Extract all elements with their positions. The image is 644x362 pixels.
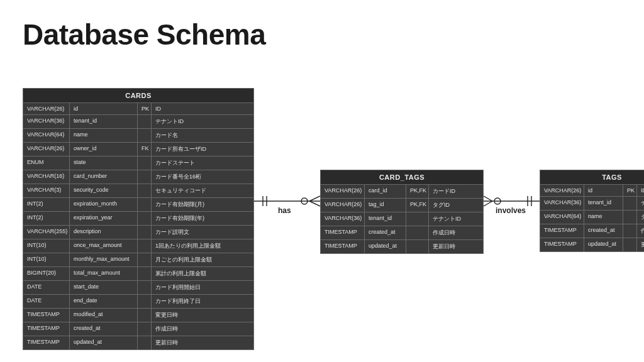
column-desc: 1回あたりの利用上限金額 — [152, 239, 253, 253]
column-key — [138, 309, 152, 322]
column-type: DATE — [23, 281, 70, 294]
column-type: VARCHAR(36) — [540, 197, 584, 210]
column-desc: カード番号全16桁 — [152, 170, 253, 184]
column-key — [623, 197, 637, 210]
column-name: expiration_year — [70, 212, 138, 225]
column-key — [138, 170, 152, 184]
column-desc: カードステート — [152, 156, 253, 170]
column-desc: テナントID — [152, 115, 253, 128]
svg-line-8 — [484, 201, 492, 206]
column-key — [138, 336, 152, 349]
column-type: VARCHAR(26) — [540, 185, 584, 196]
column-key — [138, 198, 152, 211]
table-tags: TAGS VARCHAR(26)idPKIDVARCHAR(36)tenant_… — [540, 170, 644, 252]
column-type: VARCHAR(26) — [23, 143, 70, 156]
column-desc: 累計の利用上限金額 — [152, 267, 253, 280]
table-row: TIMESTAMPupdated_at更新日時 — [321, 239, 483, 253]
table-cards-body: VARCHAR(26)idPKIDVARCHAR(36)tenant_idテナン… — [23, 102, 253, 349]
table-row: TIMESTAMPcreated_at作成日時 — [23, 322, 253, 336]
column-key — [406, 240, 429, 253]
column-type: TIMESTAMP — [23, 336, 70, 349]
column-name: modified_at — [70, 309, 138, 322]
column-desc: 作成日時 — [429, 226, 483, 239]
column-type: VARCHAR(64) — [540, 211, 584, 224]
table-row: VARCHAR(36)tenant_idテナントID — [23, 114, 253, 128]
column-key: PK — [623, 185, 637, 196]
column-name: id — [70, 103, 138, 114]
column-name: name — [584, 211, 623, 224]
column-name: description — [70, 226, 138, 239]
table-row: INT(10)once_max_amount1回あたりの利用上限金額 — [23, 239, 253, 253]
column-name: once_max_amount — [70, 239, 138, 253]
column-desc: カード名 — [152, 129, 253, 142]
column-name: name — [70, 129, 138, 142]
table-row: VARCHAR(26)tag_idPK,FKタグID — [321, 198, 483, 212]
table-row: TIMESTAMPmodified_at変更日時 — [23, 308, 253, 322]
column-name: start_date — [70, 281, 138, 294]
svg-line-5 — [309, 201, 320, 206]
svg-line-7 — [484, 196, 492, 201]
column-key — [138, 184, 152, 197]
table-row: INT(2)expiration_monthカード有効期限(月) — [23, 197, 253, 211]
column-desc: カードID — [429, 185, 483, 198]
column-key — [138, 115, 152, 128]
table-card-tags-header: CARD_TAGS — [321, 170, 483, 184]
column-key — [623, 211, 637, 224]
column-type: DATE — [23, 295, 70, 308]
column-desc: 更新日時 — [152, 336, 253, 349]
table-tags-header: TAGS — [540, 170, 644, 184]
column-key: FK — [138, 143, 152, 156]
column-desc: カード利用終了日 — [152, 295, 253, 308]
column-desc: カード利用開始日 — [152, 281, 253, 294]
table-cards-header: CARDS — [23, 89, 253, 102]
column-desc: カード説明文 — [152, 226, 253, 239]
column-name: card_id — [365, 185, 406, 198]
column-desc: タグ名 — [637, 211, 644, 224]
table-card-tags-body: VARCHAR(26)card_idPK,FKカードIDVARCHAR(26)t… — [321, 184, 483, 253]
column-desc: ID — [637, 185, 644, 196]
column-key — [138, 267, 152, 280]
column-name: tenant_id — [584, 197, 623, 210]
column-type: INT(2) — [23, 198, 70, 211]
column-name: updated_at — [70, 336, 138, 349]
column-desc: テナントID — [429, 212, 483, 226]
column-name: total_max_amount — [70, 267, 138, 280]
column-name: created_at — [365, 226, 406, 239]
column-desc: カード有効期限(月) — [152, 198, 253, 211]
column-key — [138, 239, 152, 253]
column-type: TIMESTAMP — [540, 224, 584, 238]
column-type: INT(10) — [23, 239, 70, 253]
table-row: VARCHAR(26)card_idPK,FKカードID — [321, 184, 483, 198]
table-row: VARCHAR(26)idPKID — [23, 102, 253, 114]
table-row: INT(2)expiration_yearカード有効期限(年) — [23, 211, 253, 225]
page-title: Database Schema — [23, 18, 265, 52]
column-key — [138, 156, 152, 170]
column-key — [623, 238, 637, 251]
column-desc: 変更日時 — [152, 309, 253, 322]
column-type: ENUM — [23, 156, 70, 170]
table-cards: CARDS VARCHAR(26)idPKIDVARCHAR(36)tenant… — [23, 88, 254, 350]
table-row: VARCHAR(64)nameタグ名 — [540, 210, 644, 224]
column-desc: カード有効期限(年) — [152, 212, 253, 225]
column-type: VARCHAR(16) — [23, 170, 70, 184]
column-key — [138, 322, 152, 336]
column-type: TIMESTAMP — [540, 238, 584, 251]
column-name: state — [70, 156, 138, 170]
svg-line-4 — [309, 196, 320, 201]
column-desc: 更新日時 — [637, 238, 644, 251]
table-row: VARCHAR(3)security_codeセキュリティコード — [23, 184, 253, 197]
column-name: tag_id — [365, 199, 406, 212]
column-key — [138, 226, 152, 239]
column-type: VARCHAR(255) — [23, 226, 70, 239]
table-row: VARCHAR(26)owner_idFKカード所有ユーザID — [23, 142, 253, 156]
table-row: VARCHAR(255)descriptionカード説明文 — [23, 225, 253, 239]
table-row: VARCHAR(26)idPKID — [540, 184, 644, 196]
column-key — [406, 226, 429, 239]
column-type: BIGINT(20) — [23, 267, 70, 280]
table-row: TIMESTAMPcreated_at作成日時 — [540, 224, 644, 238]
column-desc: カード所有ユーザID — [152, 143, 253, 156]
table-row: ENUMstateカードステート — [23, 156, 253, 170]
column-key — [138, 295, 152, 308]
column-name: owner_id — [70, 143, 138, 156]
column-type: TIMESTAMP — [321, 240, 365, 253]
